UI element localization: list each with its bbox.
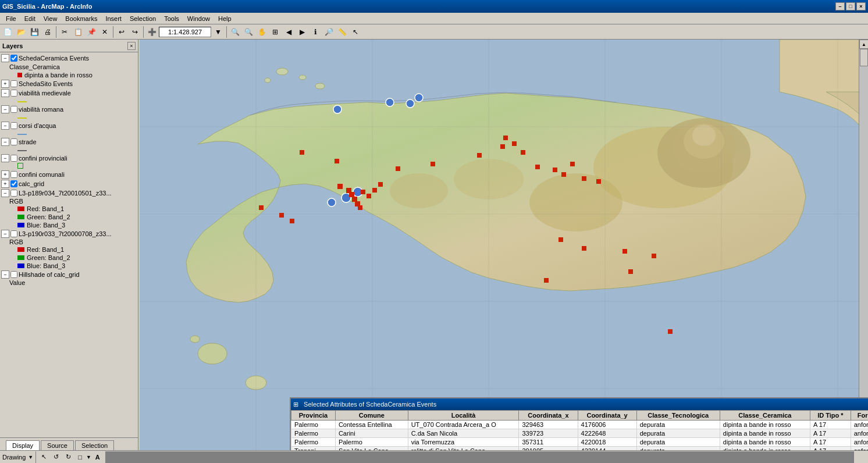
layers-panel-close-button[interactable]: × bbox=[127, 42, 136, 50]
layer-viabilita-romana[interactable]: − viabilità romana bbox=[1, 105, 137, 114]
tab-source[interactable]: Source bbox=[41, 440, 74, 450]
zoom-out-button[interactable]: 🔍 bbox=[242, 26, 255, 38]
maximize-button[interactable]: □ bbox=[846, 2, 855, 10]
scale-dropdown[interactable]: ▼ bbox=[212, 26, 225, 38]
expand-icon[interactable]: − bbox=[1, 54, 9, 62]
scroll-track-v[interactable] bbox=[859, 49, 868, 441]
layer-corsi-acqua[interactable]: − corsi d'acqua bbox=[1, 121, 137, 130]
text-tool[interactable]: A bbox=[93, 453, 103, 462]
expand-icon[interactable]: − bbox=[1, 230, 9, 238]
menu-file[interactable]: File bbox=[2, 14, 20, 23]
layer-hillshade[interactable]: − Hillshade of calc_grid bbox=[1, 270, 137, 279]
expand-icon[interactable]: + bbox=[1, 180, 9, 188]
layer-viabilita-medievale[interactable]: − viabilità medievale bbox=[1, 88, 137, 98]
expand-icon[interactable]: − bbox=[1, 138, 9, 146]
copy-button[interactable]: 📋 bbox=[72, 26, 84, 38]
menu-edit[interactable]: Edit bbox=[21, 14, 39, 23]
map-view[interactable]: ⊞ Selected Attributes of SchedaCeramica … bbox=[138, 40, 868, 450]
layer-checkbox[interactable] bbox=[10, 106, 17, 113]
save-button[interactable]: 💾 bbox=[28, 26, 41, 38]
layer-l3-p190[interactable]: − L3-p190r033_7t20000708_z33... bbox=[1, 229, 137, 238]
layer-classe-ceramica[interactable]: Classe_Ceramica bbox=[1, 63, 137, 71]
layer-schedaceramica-events[interactable]: − SchedaCeramica Events bbox=[1, 54, 137, 63]
menu-help[interactable]: Help bbox=[215, 14, 235, 23]
expand-icon[interactable]: − bbox=[1, 154, 9, 162]
measure-button[interactable]: 📏 bbox=[336, 26, 348, 38]
window-controls[interactable]: – □ × bbox=[835, 2, 866, 10]
layer-checkbox[interactable] bbox=[10, 80, 17, 87]
layer-confini-provinciali[interactable]: − confini provinciali bbox=[1, 154, 137, 163]
col-header-id-tipo[interactable]: ID Tipo * bbox=[810, 411, 851, 421]
full-extent-button[interactable]: ⊞ bbox=[269, 26, 282, 38]
new-button[interactable]: 📄 bbox=[1, 26, 14, 38]
col-header-forma[interactable]: Forma bbox=[851, 411, 868, 421]
table-row[interactable]: PalermoPalermovia Torremuzza357311422001… bbox=[291, 438, 869, 447]
back-extent-button[interactable]: ◀ bbox=[282, 26, 295, 38]
expand-icon[interactable]: − bbox=[1, 189, 9, 197]
redo-button[interactable]: ↪ bbox=[129, 26, 141, 38]
undo-button[interactable]: ↩ bbox=[115, 26, 128, 38]
cut-button[interactable]: ✂ bbox=[58, 26, 71, 38]
layer-checkbox[interactable] bbox=[10, 90, 17, 97]
tab-display[interactable]: Display bbox=[6, 440, 40, 450]
table-row[interactable]: TrapaniSan Vito Lo Caporelitto di San Vi… bbox=[291, 447, 869, 451]
col-header-localita[interactable]: Località bbox=[408, 411, 519, 421]
forward-extent-button[interactable]: ▶ bbox=[296, 26, 308, 38]
menu-window[interactable]: Window bbox=[184, 14, 214, 23]
map-vertical-scrollbar[interactable]: ▲ ▼ bbox=[859, 40, 868, 450]
col-header-coord-x[interactable]: Coordinata_x bbox=[519, 411, 578, 421]
col-header-coord-y[interactable]: Coordinata_y bbox=[578, 411, 636, 421]
drawing-dropdown-icon[interactable]: ▼ bbox=[28, 454, 33, 460]
zoom-in-button[interactable]: 🔍 bbox=[229, 26, 241, 38]
expand-icon[interactable]: + bbox=[1, 170, 9, 179]
expand-icon[interactable]: + bbox=[1, 80, 9, 88]
identify-button[interactable]: ℹ bbox=[309, 26, 322, 38]
tab-selection[interactable]: Selection bbox=[75, 440, 114, 450]
open-button[interactable]: 📂 bbox=[15, 26, 27, 38]
menu-view[interactable]: View bbox=[40, 14, 61, 23]
scroll-thumb-v[interactable] bbox=[860, 49, 868, 66]
layer-schedasito-events[interactable]: + SchedaSito Events bbox=[1, 79, 137, 88]
col-header-comune[interactable]: Comune bbox=[335, 411, 408, 421]
expand-icon[interactable]: − bbox=[1, 105, 9, 113]
delete-button[interactable]: ✕ bbox=[98, 26, 111, 38]
arrow-tool[interactable]: ↖ bbox=[38, 452, 49, 462]
rect-dropdown[interactable]: ▼ bbox=[86, 454, 91, 460]
layer-checkbox[interactable] bbox=[10, 122, 17, 129]
table-row[interactable]: PalermoCariniC.da San Nicola339723422264… bbox=[291, 429, 869, 438]
minimize-button[interactable]: – bbox=[835, 2, 845, 10]
rect-tool[interactable]: □ bbox=[75, 453, 85, 462]
paste-button[interactable]: 📌 bbox=[85, 26, 98, 38]
layer-checkbox[interactable] bbox=[10, 230, 17, 237]
redo-draw[interactable]: ↻ bbox=[63, 452, 74, 462]
menu-insert[interactable]: Insert bbox=[102, 14, 125, 23]
undo-draw[interactable]: ↺ bbox=[51, 452, 62, 462]
table-row[interactable]: PalermoContessa EntellinaUT_070 Contrada… bbox=[291, 421, 869, 429]
menu-selection[interactable]: Selection bbox=[126, 14, 159, 23]
layer-calc-grid[interactable]: + calc_grid bbox=[1, 179, 137, 188]
menu-bookmarks[interactable]: Bookmarks bbox=[62, 14, 101, 23]
find-button[interactable]: 🔎 bbox=[322, 26, 335, 38]
menu-tools[interactable]: Tools bbox=[161, 14, 183, 23]
expand-icon[interactable]: − bbox=[1, 89, 9, 97]
pan-button[interactable]: ✋ bbox=[255, 26, 268, 38]
close-button[interactable]: × bbox=[856, 2, 866, 10]
layer-l3-p189[interactable]: − L3-p189r034_7t20010501_z33... bbox=[1, 188, 137, 198]
attribute-table[interactable]: Provincia Comune Località Coordinata_x C… bbox=[291, 410, 868, 450]
layer-checkbox[interactable] bbox=[10, 138, 17, 145]
col-header-provincia[interactable]: Provincia bbox=[291, 411, 336, 421]
expand-icon[interactable]: − bbox=[1, 122, 9, 130]
layer-checkbox[interactable] bbox=[10, 190, 17, 197]
layer-checkbox[interactable] bbox=[10, 171, 17, 178]
print-button[interactable]: 🖨 bbox=[41, 26, 54, 38]
layer-checkbox[interactable] bbox=[10, 155, 17, 162]
select-button[interactable]: ↖ bbox=[349, 26, 362, 38]
layer-checkbox[interactable] bbox=[10, 55, 17, 62]
scroll-up-button[interactable]: ▲ bbox=[859, 40, 868, 49]
add-data-button[interactable]: ➕ bbox=[145, 26, 158, 38]
layer-confini-comunali[interactable]: + confini comunali bbox=[1, 170, 137, 179]
layer-strade[interactable]: − strade bbox=[1, 137, 137, 147]
col-header-classe-tecnologica[interactable]: Classe_Tecnologica bbox=[636, 411, 720, 421]
layer-checkbox[interactable] bbox=[10, 180, 17, 187]
col-header-classe-ceramica[interactable]: Classe_Ceramica bbox=[720, 411, 810, 421]
